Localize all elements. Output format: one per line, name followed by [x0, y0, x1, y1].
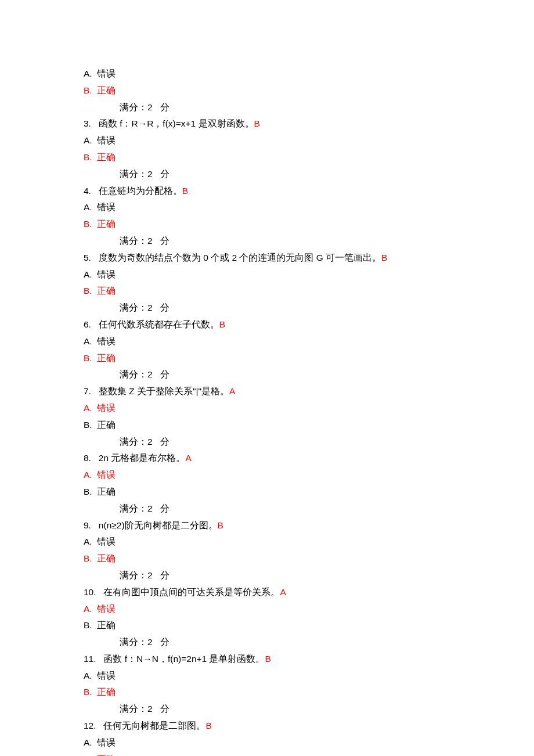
- score-line: 满分：2 分: [84, 567, 490, 584]
- option-b: B. 正确: [84, 617, 490, 634]
- option-b: B. 正确: [84, 417, 490, 434]
- score-line: 满分：2 分: [84, 99, 490, 116]
- option-a: A. 错误: [84, 199, 490, 216]
- question-number: 9.: [84, 520, 99, 530]
- question-number: 3.: [84, 118, 99, 128]
- question-text: 整数集 Z 关于整除关系"|"是格。: [99, 386, 229, 396]
- question-number: 6.: [84, 319, 99, 329]
- question-number: 11.: [84, 654, 103, 664]
- document-page: A. 错误 B. 正确 满分：2 分 3. 函数 f：R→R，f(x)=x+1 …: [0, 0, 490, 756]
- option-a: A. 错误: [84, 132, 490, 149]
- question-stem: 5. 度数为奇数的结点个数为 0 个或 2 个的连通的无向图 G 可一笔画出。B: [84, 250, 490, 267]
- question-number: 12.: [84, 721, 103, 730]
- question-text: 任何代数系统都存在子代数。: [99, 319, 219, 329]
- option-b: B. 正确: [84, 550, 490, 567]
- question-text: 在有向图中顶点间的可达关系是等价关系。: [103, 587, 280, 597]
- answer-key: B: [182, 186, 188, 196]
- score-line: 满分：2 分: [84, 434, 490, 451]
- option-b: B. 正确: [84, 149, 490, 166]
- option-a: A. 错误: [84, 333, 490, 350]
- question-number: 5.: [84, 253, 99, 262]
- score-line: 满分：2 分: [84, 166, 490, 183]
- option-a: A. 错误: [84, 66, 490, 82]
- question-stem: 8. 2n 元格都是布尔格。A: [84, 450, 490, 467]
- option-a: A. 错误: [84, 534, 490, 550]
- question-stem: 9. n(n≥2)阶无向树都是二分图。B: [84, 517, 490, 534]
- option-b: B. 正确: [84, 684, 490, 701]
- question-stem: 11. 函数 f：N→N，f(n)=2n+1 是单射函数。B: [84, 651, 490, 668]
- answer-key: B: [381, 253, 387, 262]
- option-a: A. 错误: [84, 668, 490, 685]
- answer-key: A: [229, 386, 235, 396]
- score-line: 满分：2 分: [84, 366, 490, 383]
- question-stem: 3. 函数 f：R→R，f(x)=x+1 是双射函数。B: [84, 116, 490, 132]
- answer-key: B: [205, 721, 211, 730]
- option-a: A. 错误: [84, 601, 490, 618]
- option-b: B. 正确: [84, 751, 490, 756]
- score-line: 满分：2 分: [84, 634, 490, 651]
- option-a: A. 错误: [84, 735, 490, 751]
- question-stem: 7. 整数集 Z 关于整除关系"|"是格。A: [84, 383, 490, 400]
- question-text: 2n 元格都是布尔格。: [99, 453, 186, 463]
- question-number: 4.: [84, 186, 99, 196]
- question-text: 度数为奇数的结点个数为 0 个或 2 个的连通的无向图 G 可一笔画出。: [99, 253, 381, 262]
- option-b: B. 正确: [84, 283, 490, 300]
- question-number: 10.: [84, 587, 103, 597]
- question-stem: 4. 任意链均为分配格。B: [84, 183, 490, 200]
- answer-key: B: [219, 319, 225, 329]
- option-a: A. 错误: [84, 400, 490, 417]
- question-stem: 12. 任何无向树都是二部图。B: [84, 718, 490, 735]
- score-line: 满分：2 分: [84, 501, 490, 517]
- answer-key: A: [280, 587, 286, 597]
- answer-key: A: [185, 453, 191, 463]
- question-text: n(n≥2)阶无向树都是二分图。: [99, 520, 218, 530]
- question-number: 7.: [84, 386, 99, 396]
- score-line: 满分：2 分: [84, 300, 490, 316]
- answer-key: B: [265, 654, 271, 664]
- option-b: B. 正确: [84, 82, 490, 99]
- option-b: B. 正确: [84, 484, 490, 501]
- option-b: B. 正确: [84, 216, 490, 233]
- answer-key: B: [218, 520, 223, 530]
- question-text: 任何无向树都是二部图。: [103, 721, 205, 730]
- option-b: B. 正确: [84, 350, 490, 367]
- question-list: 3. 函数 f：R→R，f(x)=x+1 是双射函数。BA. 错误B. 正确满分…: [84, 116, 490, 756]
- question-number: 8.: [84, 453, 99, 463]
- question-text: 函数 f：N→N，f(n)=2n+1 是单射函数。: [103, 654, 265, 664]
- question-text: 任意链均为分配格。: [99, 186, 182, 196]
- option-a: A. 错误: [84, 267, 490, 283]
- option-a: A. 错误: [84, 467, 490, 484]
- question-stem: 10. 在有向图中顶点间的可达关系是等价关系。A: [84, 584, 490, 601]
- question-stem: 6. 任何代数系统都存在子代数。B: [84, 316, 490, 333]
- score-line: 满分：2 分: [84, 701, 490, 718]
- answer-key: B: [254, 118, 260, 128]
- question-text: 函数 f：R→R，f(x)=x+1 是双射函数。: [99, 118, 254, 128]
- score-line: 满分：2 分: [84, 233, 490, 250]
